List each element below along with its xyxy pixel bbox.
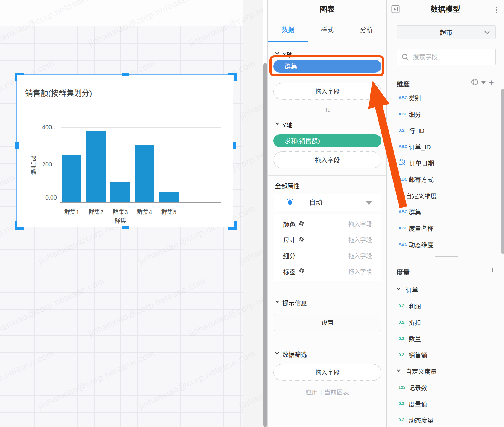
dashboard-canvas[interactable]: jinhanxiao@corp.netease.comjinhanxiao@co… <box>0 0 263 427</box>
x-tick: 群集5 <box>155 207 182 216</box>
measures-list: 订单 0.2 利润 0.2 折扣 <box>387 281 504 427</box>
dimension-field-item[interactable]: 订单日期 <box>387 155 504 171</box>
kebab-menu-icon[interactable] <box>493 5 499 14</box>
bar-群集5[interactable] <box>159 192 179 202</box>
globe-icon[interactable] <box>471 78 479 87</box>
tooltip-section-label: 提示信息 <box>282 298 307 307</box>
dimension-field-item[interactable]: ABC 群集 <box>387 203 504 220</box>
attribute-row[interactable]: 颜色 拖入字段 <box>274 216 381 232</box>
model-panel-scrollbar[interactable] <box>501 89 504 254</box>
add-measure-icon[interactable]: + <box>490 267 495 273</box>
measure-field-item[interactable]: 0.2 数量 <box>387 330 504 346</box>
y-axis-field-pill[interactable]: 求和(销售额) <box>273 134 381 147</box>
dimension-field-item[interactable]: ABC 动态维度 <box>387 236 504 252</box>
render-mode-select[interactable]: 自动 <box>274 194 381 211</box>
x-axis-drop-zone[interactable]: 拖入字段 <box>273 83 381 100</box>
attribute-label: 标签 <box>283 267 296 276</box>
bar-群集4[interactable] <box>135 145 154 202</box>
field-label: 利润 <box>409 301 421 310</box>
gear-icon[interactable] <box>298 236 304 243</box>
search-field-box <box>397 49 496 65</box>
measure-field-item[interactable]: 0.2 度量值 <box>387 395 504 412</box>
field-type-icon: ABC <box>399 209 409 214</box>
attribute-row[interactable]: 尺寸 拖入字段 <box>274 232 381 248</box>
attribute-label: 尺寸 <box>283 235 296 244</box>
chevron-down-icon <box>484 30 490 35</box>
field-label: 记录数 <box>409 383 427 392</box>
attribute-row[interactable]: 标签 拖入字段 <box>274 264 381 279</box>
chevron-down-icon <box>396 192 401 198</box>
field-type-icon: 0.2 <box>399 352 409 357</box>
x-axis-title: 群集 <box>107 216 134 225</box>
bulb-icon <box>285 198 294 208</box>
y-axis-shelf-label: Y轴 <box>282 120 293 129</box>
dimension-field-item[interactable]: ABC 类别 <box>387 89 504 106</box>
dimension-field-item[interactable]: 自定义维度 <box>387 187 504 203</box>
dimensions-list: ABC 类别 ABC 细分 <box>387 89 504 252</box>
gridline-400 <box>61 127 221 128</box>
attribute-drop-zone: 拖入字段 <box>348 220 372 228</box>
swap-axes-icon[interactable]: ↑↓ <box>325 106 330 114</box>
dimension-field-item[interactable]: ABC 订单_ID <box>387 138 504 155</box>
dimension-field-item[interactable]: 0.2 行_ID <box>387 122 504 138</box>
chevron-down-icon[interactable] <box>275 351 280 356</box>
attribute-label: 颜色 <box>283 220 296 229</box>
search-input[interactable] <box>412 50 490 64</box>
bar-群集3[interactable] <box>110 182 130 202</box>
measure-field-item[interactable]: 0.2 折扣 <box>387 314 504 330</box>
measure-field-item[interactable]: 自定义度量 <box>387 363 504 379</box>
dropdown-arrow-icon <box>366 201 372 205</box>
measures-title: 度量 <box>397 267 410 276</box>
field-label: 行_ID <box>409 126 425 135</box>
x-tick: 群集2 <box>83 207 109 216</box>
chevron-down-icon[interactable] <box>275 51 280 56</box>
gear-icon[interactable] <box>298 221 304 228</box>
x-tick: 群集1 <box>58 207 85 216</box>
y-axis-drop-zone[interactable]: 拖入字段 <box>273 151 381 168</box>
field-type-icon: ABC <box>399 95 409 100</box>
y-tick: 400... <box>30 124 57 131</box>
dimension-field-item[interactable]: ABC 细分 <box>387 106 504 122</box>
measure-field-item[interactable]: 订单 <box>387 281 504 298</box>
search-icon <box>402 53 409 61</box>
data-model-panel: 数据模型 超市 维度 + <box>386 0 504 427</box>
field-type-icon: ABC <box>399 177 409 182</box>
field-type-icon: 0.2 <box>399 418 409 422</box>
chart-widget[interactable]: 销售额(按群集划分) 销售额 400... 200... 0.00 群集1群集2… <box>17 75 233 227</box>
tab-analysis[interactable]: 分析 <box>347 18 386 42</box>
chevron-down-icon[interactable] <box>275 299 280 304</box>
filter-drop-zone[interactable]: 拖入字段 <box>273 364 381 381</box>
measure-field-item[interactable]: 0.2 销售额 <box>387 346 504 363</box>
dataset-select[interactable]: 超市 <box>397 25 496 39</box>
bar-群集1[interactable] <box>62 155 81 202</box>
dimensions-title: 维度 <box>397 79 410 88</box>
field-label: 自定义维度 <box>406 191 437 200</box>
chevron-down-icon <box>396 287 401 293</box>
field-type-icon: 0.2 <box>399 304 409 308</box>
field-label: 订单日期 <box>409 158 434 167</box>
tooltip-settings-button[interactable]: 设置 <box>274 314 381 331</box>
attribute-drop-zone: 拖入字段 <box>348 267 372 276</box>
field-type-icon: 0.2 <box>399 128 409 133</box>
tab-data[interactable]: 数据 <box>268 18 308 42</box>
measure-field-item[interactable]: 0.2 利润 <box>387 298 504 314</box>
measure-field-item[interactable]: 123 记录数 <box>387 379 504 395</box>
collapse-panel-icon[interactable] <box>391 5 400 13</box>
attribute-row[interactable]: 细分 拖入字段 <box>274 248 381 263</box>
field-label: 动态度量 <box>409 415 434 424</box>
dimension-field-item[interactable]: ABC 邮寄方式 <box>387 171 504 187</box>
x-axis-field-pill[interactable]: 群集 <box>273 60 381 73</box>
attribute-drop-zone: 拖入字段 <box>348 251 372 260</box>
bar-群集2[interactable] <box>86 131 106 202</box>
add-dimension-icon[interactable]: + <box>489 79 494 86</box>
canvas-vertical-scrollbar[interactable] <box>263 63 267 427</box>
field-label: 度量名称 <box>409 224 434 232</box>
field-label: 订单_ID <box>409 142 431 151</box>
field-label: 类别 <box>409 93 421 102</box>
splitter-drag-handle[interactable] <box>435 256 458 260</box>
globe-dropdown-arrow-icon[interactable] <box>481 81 486 84</box>
tab-style[interactable]: 样式 <box>308 18 347 42</box>
chevron-down-icon[interactable] <box>275 121 280 126</box>
gear-icon[interactable] <box>298 268 304 275</box>
measure-field-item[interactable]: 0.2 动态度量 <box>387 412 504 427</box>
